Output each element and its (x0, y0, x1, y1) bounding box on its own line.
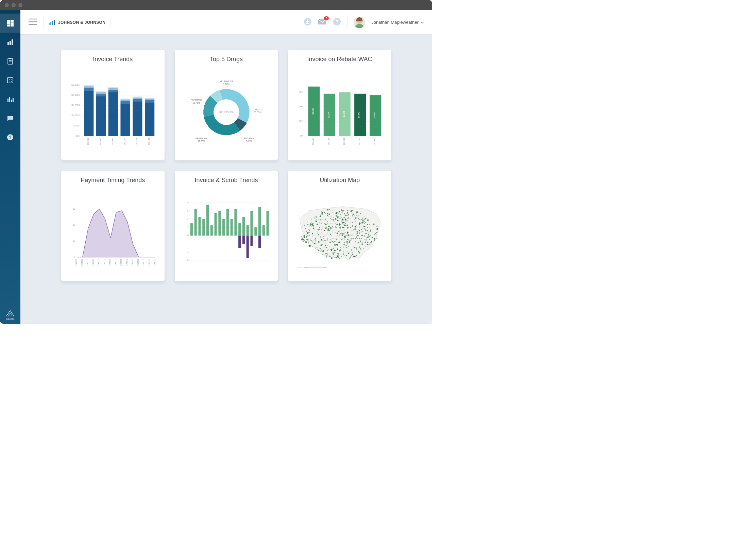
card-top-drugs[interactable]: Top 5 Drugs $21,233,200 CHANTIX37.53%EUC… (175, 50, 278, 160)
svg-point-804 (304, 239, 304, 239)
svg-point-176 (344, 244, 345, 245)
svg-point-673 (327, 221, 327, 222)
sidebar-item-calculator[interactable]: + × − = (0, 71, 20, 90)
svg-point-465 (338, 227, 339, 227)
svg-point-811 (370, 245, 371, 245)
svg-point-599 (317, 229, 318, 230)
svg-point-227 (347, 243, 348, 244)
sidebar-item-analytics[interactable] (0, 90, 20, 109)
svg-point-644 (340, 234, 340, 235)
svg-point-809 (356, 255, 357, 256)
svg-point-778 (364, 228, 365, 229)
sidebar-item-messages[interactable] (0, 109, 20, 128)
svg-rect-155 (206, 205, 209, 236)
svg-point-332 (314, 243, 315, 244)
card-invoice-scrub[interactable]: Invoice & Scrub Trends -6-4-202468 (175, 171, 278, 281)
download-button[interactable] (304, 18, 312, 27)
svg-point-638 (366, 222, 366, 223)
svg-point-606 (348, 240, 350, 241)
svg-point-423 (342, 222, 344, 223)
svg-point-709 (351, 210, 353, 211)
notifications-button[interactable]: 8 (318, 18, 327, 27)
svg-point-754 (373, 231, 374, 231)
card-title: Invoice Trends (68, 56, 158, 67)
window-max-dot[interactable] (18, 3, 22, 7)
sidebar-item-dashboard[interactable] (0, 14, 20, 33)
svg-point-684 (362, 244, 363, 245)
svg-point-739 (350, 235, 351, 236)
svg-point-617 (336, 239, 337, 240)
svg-point-219 (330, 233, 331, 234)
svg-point-779 (355, 256, 356, 257)
svg-point-603 (318, 229, 319, 230)
card-rebate-wac[interactable]: Invoice on Rebate WAC 0% 10% (288, 50, 391, 160)
svg-point-642 (350, 222, 351, 222)
svg-point-653 (317, 231, 318, 232)
svg-point-582 (347, 213, 348, 214)
chart-utilization-map: © 2022 Mapbox © OpenStreetMap (295, 192, 385, 275)
svg-point-306 (311, 241, 311, 241)
svg-point-559 (349, 210, 350, 211)
window-close-dot[interactable] (5, 3, 9, 7)
svg-point-838 (330, 249, 332, 250)
svg-point-618 (338, 253, 339, 254)
user-menu[interactable]: Jonathan Mapleweather (371, 20, 424, 25)
svg-point-573 (356, 225, 357, 226)
svg-point-757 (318, 219, 319, 220)
svg-point-594 (341, 220, 342, 221)
svg-text:202001: 202001 (87, 138, 89, 145)
svg-point-476 (348, 217, 349, 218)
svg-text:37.53%: 37.53% (254, 111, 261, 113)
svg-point-738 (338, 216, 339, 217)
svg-point-629 (340, 249, 341, 250)
svg-point-769 (363, 228, 363, 229)
svg-point-229 (318, 234, 319, 235)
help-button[interactable]: ? (333, 18, 341, 27)
svg-point-386 (353, 214, 354, 215)
svg-point-406 (338, 213, 339, 214)
svg-point-486 (360, 241, 361, 242)
svg-point-178 (351, 250, 352, 251)
menu-toggle-button[interactable] (29, 18, 37, 27)
svg-point-674 (309, 235, 310, 236)
svg-point-453 (350, 227, 351, 228)
svg-point-531 (367, 244, 368, 245)
avatar[interactable] (354, 17, 365, 28)
card-utilization-map[interactable]: Utilization Map © 2022 Mapbox © OpenStre… (288, 171, 391, 281)
svg-point-805 (352, 225, 353, 226)
svg-text:$2,500K: $2,500K (71, 84, 80, 86)
svg-point-186 (345, 247, 345, 247)
card-payment-timing[interactable]: Payment Timing Trends 0 10 (61, 171, 165, 281)
svg-point-693 (313, 226, 314, 227)
svg-point-432 (350, 257, 351, 258)
card-title: Top 5 Drugs (182, 56, 271, 67)
svg-point-580 (328, 222, 328, 223)
svg-text:10: 10 (72, 240, 75, 242)
svg-text:202002: 202002 (99, 138, 101, 145)
svg-rect-18 (11, 100, 12, 102)
svg-point-489 (365, 246, 366, 247)
svg-point-789 (337, 235, 338, 235)
svg-point-264 (314, 217, 314, 218)
svg-point-705 (319, 229, 320, 230)
company-selector[interactable]: JOHNSON & JOHNSON (44, 17, 111, 28)
sidebar-item-reports[interactable] (0, 33, 20, 52)
svg-point-218 (360, 248, 361, 249)
sidebar-item-clipboard[interactable] (0, 52, 20, 71)
svg-point-837 (336, 215, 338, 217)
svg-point-841 (336, 238, 336, 239)
card-invoice-trends[interactable]: Invoice Trends (61, 50, 165, 160)
svg-text:−: − (9, 81, 10, 83)
svg-point-601 (356, 237, 357, 238)
svg-point-540 (355, 226, 356, 228)
window-min-dot[interactable] (12, 3, 16, 7)
svg-text:$500K: $500K (73, 124, 80, 127)
svg-point-249 (324, 250, 325, 250)
svg-point-366 (353, 213, 354, 214)
svg-point-807 (358, 249, 358, 250)
sidebar-item-help[interactable]: ? (0, 128, 20, 147)
svg-point-791 (332, 257, 333, 258)
svg-point-180 (359, 230, 360, 231)
svg-point-396 (325, 218, 326, 220)
svg-point-706 (317, 232, 318, 232)
